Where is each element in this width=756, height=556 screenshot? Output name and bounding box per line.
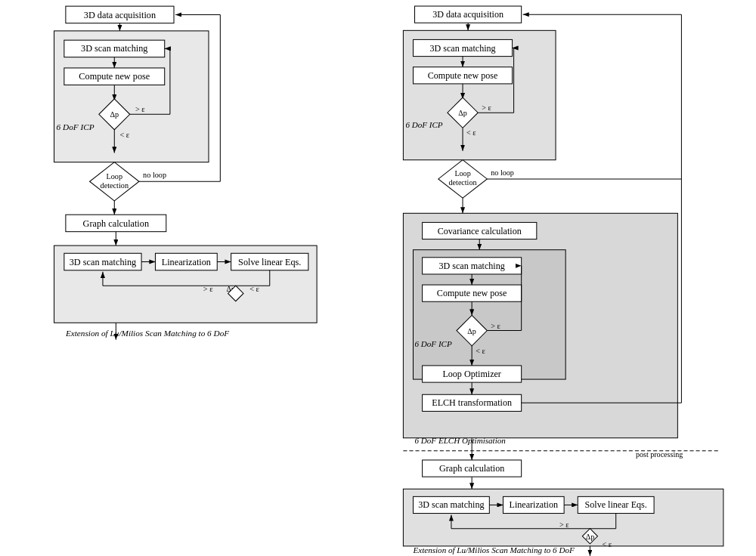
- left-dof-icp: 6 DoF ICP: [57, 122, 94, 131]
- left-delta-p: Δp: [110, 110, 119, 119]
- left-data-acq-label: 3D data acquisition: [84, 10, 156, 20]
- right-elch-opt-label: 6 DoF ELCH Optimisation: [415, 436, 507, 445]
- right-ld2: detection: [449, 178, 477, 187]
- left-loop-det-label1: Loop: [106, 172, 122, 181]
- right-lin-label: Linearization: [510, 499, 558, 510]
- right-sm3-label: 3D scan matching: [418, 499, 484, 510]
- right-diagram: 3D data acquisition 3D scan matching Com…: [348, 0, 756, 556]
- right-sm2-label: 3D scan matching: [439, 261, 505, 271]
- right-dp2: Δp: [467, 327, 476, 335]
- left-graph-calc-label: Graph calculation: [83, 218, 149, 229]
- right-eps-gt2: > ε: [491, 322, 500, 330]
- diagram-container: 3D data acquisition 3D scan matching Com…: [0, 0, 756, 556]
- right-elch-label: ELCH transformation: [432, 397, 512, 408]
- right-sm1-label: 3D scan matching: [429, 43, 495, 54]
- left-loop-det-label2: detection: [101, 181, 129, 190]
- right-cp1-label: Compute new pose: [428, 70, 498, 81]
- right-cp2-label: Compute new pose: [437, 288, 507, 298]
- right-dof-icp2: 6 DoF ICP: [415, 339, 452, 348]
- right-da-label: 3D data acquisition: [432, 9, 503, 20]
- left-linear-label: Linearization: [162, 257, 211, 267]
- right-lo-label: Loop Optimizer: [442, 369, 500, 379]
- left-scan-match-label: 3D scan matching: [81, 43, 147, 54]
- left-graph-scan-label: 3D scan matching: [70, 257, 136, 267]
- right-dof-icp1: 6 DoF ICP: [405, 120, 442, 129]
- right-eps-lt2: < ε: [476, 347, 485, 355]
- right-ld1: Loop: [454, 169, 470, 178]
- right-gc-label: Graph calculation: [439, 463, 504, 474]
- right-no-loop: no loop: [491, 168, 514, 177]
- right-g-eps-lt: < ε: [603, 540, 612, 548]
- left-compute-pose-label: Compute new pose: [79, 71, 150, 82]
- left-g-eps-gt: > ε: [203, 285, 213, 293]
- right-eps-lt1: < ε: [466, 128, 476, 137]
- left-solve-label: Solve linear Eqs.: [238, 257, 301, 267]
- right-g-eps-gt: > ε: [559, 520, 569, 529]
- right-solve-label: Solve linear Eqs.: [585, 499, 647, 510]
- left-eps-gt: > ε: [135, 105, 145, 113]
- right-g-dp: Δp: [586, 533, 595, 541]
- left-eps-lt: < ε: [119, 131, 129, 139]
- right-cov-label: Covariance calculation: [438, 226, 522, 236]
- right-caption: Extension of Lu/Milios Scan Matching to …: [413, 545, 575, 554]
- right-dp1: Δp: [458, 109, 467, 117]
- right-eps-gt1: > ε: [482, 103, 491, 112]
- left-g-eps-lt: < ε: [249, 285, 259, 293]
- left-diagram: 3D data acquisition 3D scan matching Com…: [0, 0, 348, 556]
- right-post-proc: post processing: [636, 450, 683, 459]
- left-no-loop: no loop: [143, 171, 166, 179]
- left-caption: Extension of Lu/Milios Scan Matching to …: [65, 329, 229, 338]
